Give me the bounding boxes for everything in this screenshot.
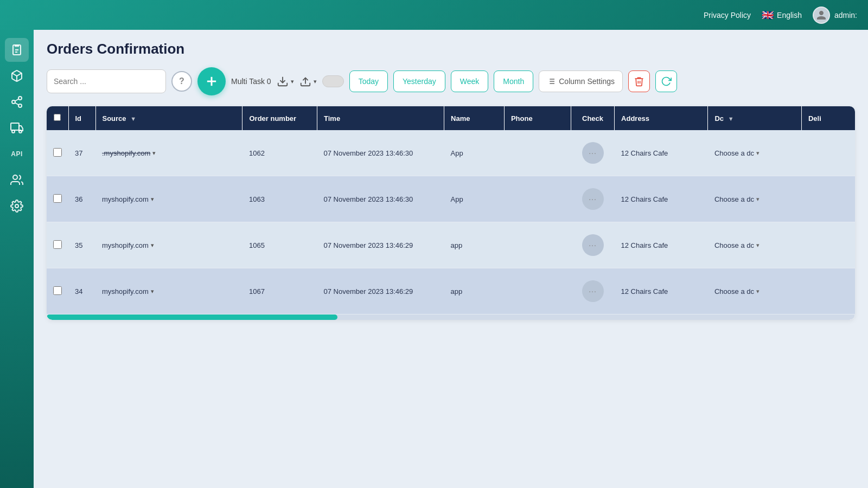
sidebar-item-orders[interactable] (5, 38, 29, 62)
svg-rect-12 (11, 123, 19, 130)
row-name: app (444, 268, 505, 314)
row-order-number: 1067 (242, 268, 317, 314)
row-source[interactable]: .myshopify.com ▾ (95, 130, 242, 176)
row-dc[interactable]: Choose a dc ▾ (708, 268, 801, 314)
svg-point-13 (12, 130, 15, 133)
row-dc[interactable]: Choose a dc ▾ (708, 176, 801, 222)
row-id: 36 (68, 176, 95, 222)
sidebar-item-products[interactable] (5, 64, 29, 88)
upload-up-button[interactable]: ▾ (299, 75, 317, 87)
svg-point-9 (18, 104, 22, 107)
row-order-number: 1063 (242, 176, 317, 222)
privacy-policy-link[interactable]: Privacy Policy (704, 11, 751, 20)
svg-point-16 (15, 204, 18, 208)
scrollbar-thumb[interactable] (47, 314, 337, 320)
yesterday-button[interactable]: Yesterday (393, 70, 445, 92)
row-dc[interactable]: Choose a dc ▾ (708, 130, 801, 176)
row-source[interactable]: myshopify.com ▾ (95, 176, 242, 222)
table-row: 37 .myshopify.com ▾ 1062 07 November 202… (47, 130, 855, 176)
row-check[interactable]: ··· (571, 222, 615, 268)
row-check[interactable]: ··· (571, 176, 615, 222)
today-button[interactable]: Today (349, 70, 388, 92)
orders-table-container: Id Source ▼ Order number Time Name (47, 106, 855, 320)
flag-icon: 🇬🇧 (762, 9, 774, 21)
row-id: 34 (68, 268, 95, 314)
th-phone[interactable]: Phone (504, 106, 571, 130)
th-address[interactable]: Address (615, 106, 708, 130)
row-checkbox-cell[interactable] (47, 130, 68, 176)
main-content: Orders Confirmation ? Multi Task 0 ▾ ▾ (34, 30, 868, 488)
add-button[interactable] (197, 67, 226, 95)
th-deli: Deli (801, 106, 855, 130)
upload-up-arrow: ▾ (314, 78, 317, 85)
row-deli (801, 130, 855, 176)
th-order-number[interactable]: Order number (242, 106, 317, 130)
row-source[interactable]: myshopify.com ▾ (95, 222, 242, 268)
sidebar-item-settings[interactable] (5, 194, 29, 218)
row-checkbox-cell[interactable] (47, 222, 68, 268)
row-address: 12 Chairs Cafe (615, 130, 708, 176)
column-settings-label: Column Settings (559, 77, 615, 86)
row-checkbox-cell[interactable] (47, 268, 68, 314)
search-input[interactable] (47, 69, 166, 93)
dc-sort-icon: ▼ (728, 115, 734, 122)
table-row: 34 myshopify.com ▾ 1067 07 November 2023… (47, 268, 855, 314)
help-button[interactable]: ? (171, 71, 192, 92)
table-row: 35 myshopify.com ▾ 1065 07 November 2023… (47, 222, 855, 268)
delete-button[interactable] (628, 70, 650, 92)
th-check[interactable]: Check (571, 106, 615, 130)
upload-down-arrow: ▾ (291, 78, 294, 85)
row-id: 35 (68, 222, 95, 268)
upload-down-button[interactable]: ▾ (277, 75, 294, 87)
row-time: 07 November 2023 13:46:30 (317, 176, 444, 222)
refresh-button[interactable] (655, 70, 677, 92)
svg-point-15 (13, 175, 17, 179)
row-address: 12 Chairs Cafe (615, 176, 708, 222)
row-time: 07 November 2023 13:46:29 (317, 268, 444, 314)
th-id[interactable]: Id (68, 106, 95, 130)
svg-point-14 (19, 130, 22, 133)
row-order-number: 1062 (242, 130, 317, 176)
sidebar-item-integrations[interactable] (5, 90, 29, 114)
row-deli (801, 222, 855, 268)
avatar (813, 7, 830, 24)
row-checkbox-cell[interactable] (47, 176, 68, 222)
sidebar-item-deliveries[interactable] (5, 116, 29, 140)
toggle-switch[interactable] (322, 75, 344, 87)
toolbar: ? Multi Task 0 ▾ ▾ Today Yesterday We (47, 67, 855, 95)
th-source[interactable]: Source ▼ (95, 106, 242, 130)
week-button[interactable]: Week (451, 70, 489, 92)
row-name: App (444, 176, 505, 222)
select-all-checkbox[interactable] (54, 114, 61, 121)
row-deli (801, 176, 855, 222)
row-phone (504, 222, 571, 268)
row-checkbox[interactable] (53, 286, 62, 295)
row-checkbox[interactable] (53, 194, 62, 203)
svg-point-7 (18, 97, 22, 100)
th-checkbox[interactable] (47, 106, 68, 130)
top-bar: Privacy Policy 🇬🇧 English admin: (0, 0, 868, 30)
svg-line-11 (15, 99, 19, 101)
row-check[interactable]: ··· (571, 130, 615, 176)
row-checkbox[interactable] (53, 240, 62, 249)
sidebar-item-users[interactable] (5, 168, 29, 192)
th-name[interactable]: Name (444, 106, 505, 130)
page-title: Orders Confirmation (47, 41, 855, 57)
admin-section[interactable]: admin: (813, 7, 857, 24)
row-name: App (444, 130, 505, 176)
row-checkbox[interactable] (53, 148, 62, 157)
row-check[interactable]: ··· (571, 268, 615, 314)
multitask-label: Multi Task 0 (231, 77, 271, 86)
th-time[interactable]: Time (317, 106, 444, 130)
sidebar-item-api[interactable]: API (5, 142, 29, 166)
language-selector[interactable]: 🇬🇧 English (762, 9, 802, 21)
horizontal-scrollbar[interactable] (47, 314, 855, 320)
sidebar: API (0, 0, 34, 488)
column-settings-button[interactable]: Column Settings (539, 70, 623, 92)
th-dc[interactable]: Dc ▼ (708, 106, 801, 130)
row-source[interactable]: myshopify.com ▾ (95, 268, 242, 314)
table-row: 36 myshopify.com ▾ 1063 07 November 2023… (47, 176, 855, 222)
month-button[interactable]: Month (494, 70, 533, 92)
row-phone (504, 268, 571, 314)
row-dc[interactable]: Choose a dc ▾ (708, 222, 801, 268)
